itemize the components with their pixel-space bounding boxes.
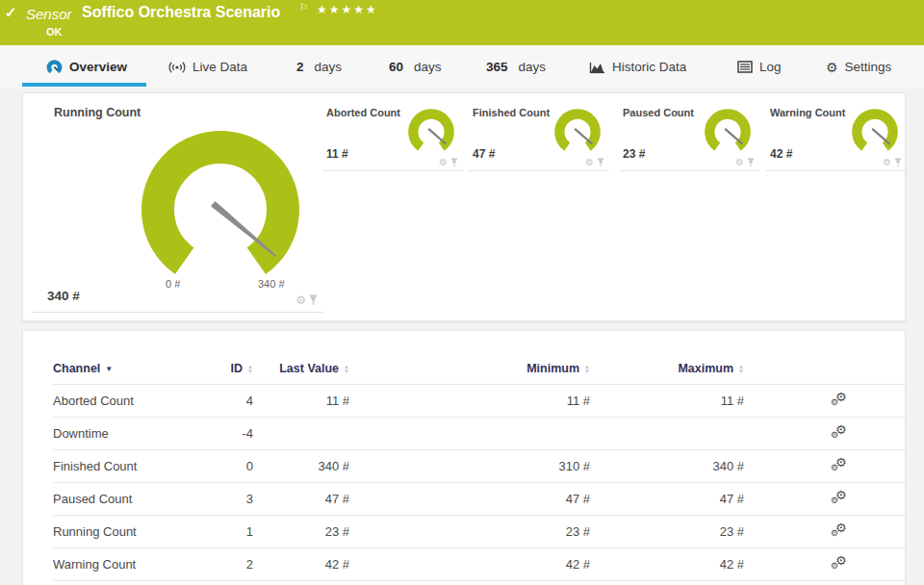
channel-table-panel: Channel▼ ID▲▼ Last Value▲▼ Minimum▲▼ Max… [22,330,906,585]
channel-settings-gears-icon[interactable]: ⚙⚙ [831,392,848,408]
tab-label: Overview [69,60,127,74]
tab-number: 2 [296,60,304,74]
gauge-tile-warning-count[interactable]: Warning Count 42 # ⚙ [766,93,907,171]
gauge-dial [139,128,302,292]
channel-settings-gears-icon[interactable]: ⚙⚙ [831,490,848,506]
channel-minimum: 23 # [359,516,600,548]
pin-icon[interactable] [597,158,604,167]
table-row[interactable]: Finished Count 0 340 # 310 # 340 # ⚙⚙ [53,450,906,483]
col-header-maximum[interactable]: Maximum▲▼ [600,356,754,385]
gauge-title: Aborted Count [326,107,400,118]
channel-maximum [600,418,754,450]
gauge-scale-min: 0 # [166,278,180,290]
sort-desc-icon: ▼ [105,365,113,373]
gauge-tile-finished-count[interactable]: Finished Count 47 # ⚙ [469,93,609,171]
channel-name[interactable]: Paused Count [53,483,217,516]
gauge-scale-max: 340 # [258,278,285,290]
pin-icon[interactable] [894,158,902,167]
tab-label: days [414,60,442,74]
channel-id: -4 [217,418,263,450]
col-header-id[interactable]: ID▲▼ [217,356,263,385]
tab-number: 365 [486,60,508,74]
channel-settings-gears-icon[interactable]: ⚙⚙ [831,424,848,441]
tab-60-days[interactable]: 60 days [389,45,442,89]
sensor-title: Soffico Orchestra Scenario [82,4,280,21]
channel-maximum: 340 # [600,450,754,483]
gauge-dial [551,107,604,161]
col-header-last-value[interactable]: Last Value▲▼ [263,356,359,385]
channel-last-value: 11 # [263,385,359,418]
tab-365-days[interactable]: 365 days [486,45,546,89]
gauge-icon [46,59,63,75]
channel-maximum: 47 # [600,483,754,516]
tab-log[interactable]: Log [737,45,782,89]
channel-minimum: 11 # [359,385,600,418]
gauge-dial [404,107,458,161]
gauge-title: Paused Count [623,107,694,118]
channel-maximum: 11 # [600,385,754,418]
tab-label: Live Data [192,60,247,74]
channel-name[interactable]: Warning Count [53,548,217,581]
channel-last-value: 47 # [263,483,359,516]
channel-settings-gears-icon[interactable]: ⚙⚙ [831,522,848,539]
col-header-minimum[interactable]: Minimum▲▼ [359,356,600,385]
pin-icon[interactable] [450,158,458,167]
channel-maximum: 42 # [600,548,754,581]
tab-label: Settings [845,60,892,74]
table-header-row: Channel▼ ID▲▼ Last Value▲▼ Minimum▲▼ Max… [53,356,906,385]
tab-live-data[interactable]: Live Data [168,45,247,89]
channel-id: 0 [217,450,263,483]
historic-data-icon [589,61,605,74]
channel-id: 1 [217,516,263,548]
gauge-dial [701,107,755,161]
tab-2-days[interactable]: 2 days [296,45,342,89]
object-kind-label: Sensor [26,6,72,22]
table-row[interactable]: Aborted Count 4 11 # 11 # 11 # ⚙⚙ [53,385,906,418]
status-check-icon: ✓ [5,4,17,21]
gauge-dial [848,107,902,161]
channel-name[interactable]: Finished Count [53,450,217,483]
channel-maximum: 23 # [600,516,754,548]
gauge-value: 47 # [473,147,495,161]
pin-icon[interactable] [747,158,755,167]
channel-name[interactable]: Aborted Count [53,385,217,418]
gauge-value: 23 # [623,147,645,161]
gauge-value: 42 # [770,147,792,161]
table-row[interactable]: Paused Count 3 47 # 47 # 47 # ⚙⚙ [53,483,906,516]
table-row[interactable]: Running Count 1 23 # 23 # 23 # ⚙⚙ [53,516,906,548]
flag-icon[interactable]: ⚐ [299,2,308,13]
priority-stars[interactable]: ★★★★★ [317,3,378,16]
gauge-tile-paused-count[interactable]: Paused Count 23 # ⚙ [619,93,759,171]
log-icon [737,61,753,73]
channel-settings-gears-icon[interactable]: ⚙⚙ [831,457,848,473]
gear-icon[interactable]: ⚙ [883,158,891,167]
gauge-tile-aborted-count[interactable]: Aborted Count 11 # ⚙ [322,93,463,171]
gear-icon[interactable]: ⚙ [295,294,306,306]
channel-name[interactable]: Downtime [53,418,217,450]
channel-last-value [263,418,359,450]
col-header-channel[interactable]: Channel▼ [53,356,217,385]
channel-table: Channel▼ ID▲▼ Last Value▲▼ Minimum▲▼ Max… [53,356,906,581]
tab-settings[interactable]: ⚙ Settings [826,45,891,89]
gauge-tile-running-count[interactable]: Running Count 0 # 340 # 340 # ⚙ [31,93,323,313]
gear-icon[interactable]: ⚙ [439,158,448,167]
tab-label: Historic Data [612,60,686,74]
channel-minimum [359,418,600,450]
channel-id: 4 [217,385,263,418]
table-row[interactable]: Downtime -4 ⚙⚙ [53,418,906,450]
channel-settings-gears-icon[interactable]: ⚙⚙ [831,555,848,572]
pin-icon[interactable] [309,294,318,306]
channel-name[interactable]: Running Count [53,516,217,548]
gauge-title: Warning Count [770,107,845,118]
col-header-actions [754,356,906,385]
live-data-icon [168,61,186,74]
gauge-title: Running Count [54,106,141,119]
sort-icon: ▲▼ [247,365,253,374]
gauges-panel: Running Count 0 # 340 # 340 # ⚙ Aborted … [22,92,906,321]
gear-icon[interactable]: ⚙ [735,158,744,167]
gear-icon[interactable]: ⚙ [585,158,594,167]
channel-minimum: 310 # [359,450,600,483]
gauge-value: 340 # [47,289,80,303]
tab-historic-data[interactable]: Historic Data [589,45,686,89]
table-row[interactable]: Warning Count 2 42 # 42 # 42 # ⚙⚙ [53,548,906,581]
